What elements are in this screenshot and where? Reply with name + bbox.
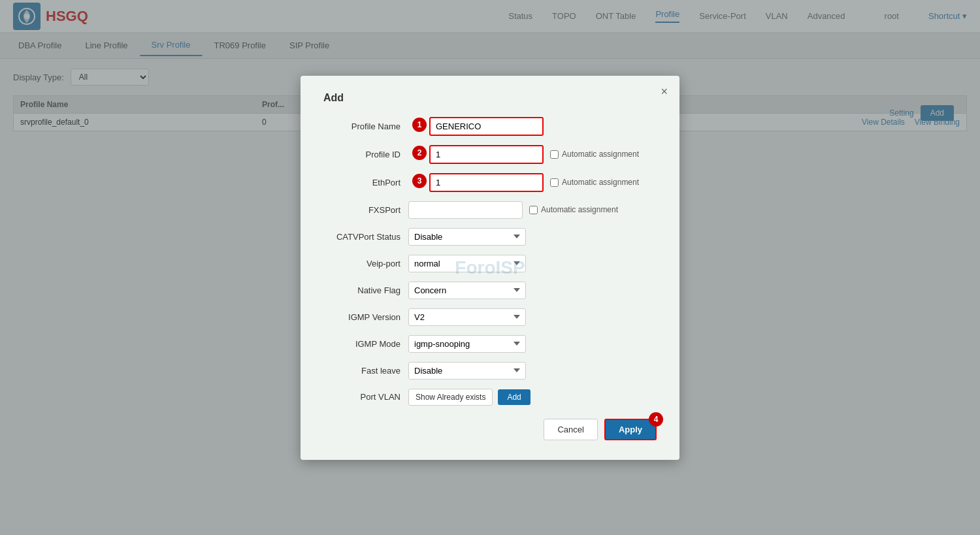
catvport-row: CATVPort Status Disable Enable [323,228,657,246]
ethport-label: EthPort [323,178,408,187]
fastleave-label: Fast leave [323,366,408,376]
fxsport-label: FXSPort [323,205,408,215]
catvport-select[interactable]: Disable Enable [408,228,526,246]
profile-name-input[interactable] [429,117,544,136]
modal-overlay: ForoISP Add × Profile Name 1 Profile ID … [0,0,980,535]
igmpversion-label: IGMP Version [323,312,408,322]
profile-name-label: Profile Name [323,122,408,131]
profile-id-auto-checkbox[interactable] [550,150,559,159]
step-badge-4: 4 [649,412,663,427]
igmpversion-select[interactable]: V2 V3 [408,308,526,326]
add-modal: ForoISP Add × Profile Name 1 Profile ID … [301,76,679,460]
portvlan-row: Port VLAN Show Already exists Add [323,389,657,406]
step-badge-3: 3 [412,174,427,188]
modal-close-button[interactable]: × [661,86,668,97]
igmpmode-select[interactable]: igmp-snooping igmp-proxy [408,335,526,353]
add-vlan-button[interactable]: Add [498,389,530,405]
portvlan-label: Port VLAN [323,392,408,402]
port-vlan-controls: Show Already exists Add [408,389,531,406]
step-badge-2: 2 [412,146,427,160]
igmpmode-row: IGMP Mode igmp-snooping igmp-proxy [323,335,657,353]
fxsport-row: FXSPort Automatic assignment [323,201,657,219]
ethport-row: EthPort 3 Automatic assignment [323,173,657,192]
cancel-button[interactable]: Cancel [544,419,597,440]
igmpmode-label: IGMP Mode [323,339,408,349]
igmpversion-row: IGMP Version V2 V3 [323,308,657,326]
profile-id-row: Profile ID 2 Automatic assignment [323,145,657,164]
profile-id-input[interactable] [429,145,544,164]
step-badge-1: 1 [412,118,427,132]
fxsport-auto-label[interactable]: Automatic assignment [529,205,618,214]
profile-name-row: Profile Name 1 [323,117,657,136]
nativeflag-label: Native Flag [323,285,408,295]
fastleave-row: Fast leave Disable Enable [323,362,657,380]
ethport-auto-label[interactable]: Automatic assignment [550,178,639,187]
show-already-button[interactable]: Show Already exists [408,389,493,406]
ethport-auto-checkbox[interactable] [550,178,559,187]
veipport-row: Veip-port normal advanced [323,255,657,272]
modal-footer: Cancel 4 Apply [323,419,657,440]
ethport-input[interactable] [429,173,544,192]
nativeflag-row: Native Flag Concern Discard Forward [323,282,657,299]
catvport-label: CATVPort Status [323,232,408,242]
profile-id-auto-label[interactable]: Automatic assignment [550,150,639,159]
profile-id-label: Profile ID [323,150,408,159]
fxsport-input[interactable] [408,201,523,219]
modal-title: Add [323,92,657,104]
fxsport-auto-checkbox[interactable] [529,206,538,214]
nativeflag-select[interactable]: Concern Discard Forward [408,282,526,299]
fastleave-select[interactable]: Disable Enable [408,362,526,380]
veipport-label: Veip-port [323,259,408,268]
veipport-select[interactable]: normal advanced [408,255,526,272]
